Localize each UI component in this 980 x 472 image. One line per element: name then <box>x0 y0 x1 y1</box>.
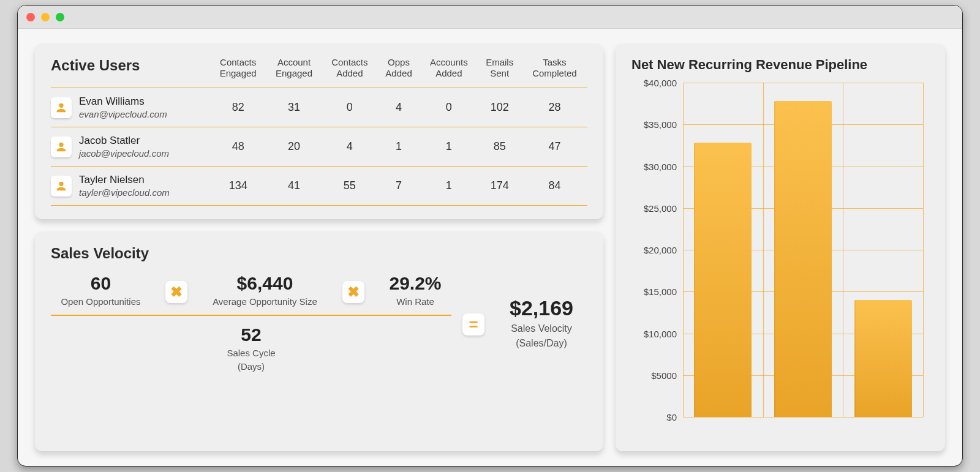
table-cell: 4 <box>377 88 420 127</box>
app-window: Active UsersContactsEngagedAccountEngage… <box>17 5 963 466</box>
avatar <box>51 97 72 118</box>
pipeline-title: Net New Recurring Revenue Pipeline <box>631 57 929 73</box>
metric-win-rate: 29.2% Win Rate <box>389 273 441 307</box>
table-cell: 4 <box>322 127 377 167</box>
sales-velocity-card: Sales Velocity 60 Open Opportunities ✖ $… <box>35 231 603 451</box>
minimize-window-button[interactable] <box>41 13 50 21</box>
chart-bar <box>774 101 832 417</box>
equals-icon: = <box>462 313 484 335</box>
open-opps-label: Open Opportunities <box>61 296 140 307</box>
table-cell: 0 <box>322 88 377 127</box>
active-users-card: Active UsersContactsEngagedAccountEngage… <box>35 43 603 219</box>
win-rate-value: 29.2% <box>389 273 441 294</box>
table-cell: 82 <box>210 88 266 127</box>
table-cell: 48 <box>210 127 266 167</box>
y-tick-label: $20,000 <box>644 245 677 255</box>
user-email: evan@vipecloud.com <box>79 109 167 119</box>
metric-open-opps: 60 Open Opportunities <box>61 273 140 307</box>
table-row: Tayler Nielsentayler@vipecloud.com134415… <box>51 167 587 206</box>
column-header: AccountEngaged <box>266 57 322 88</box>
table-cell: 134 <box>210 167 266 206</box>
chart-bar <box>854 300 912 417</box>
zoom-window-button[interactable] <box>56 13 64 21</box>
column-header: OppsAdded <box>377 57 420 88</box>
fraction-bar <box>51 315 451 316</box>
user-name: Evan Williams <box>79 96 167 108</box>
active-users-table: Active UsersContactsEngagedAccountEngage… <box>51 57 587 206</box>
y-tick-label: $25,000 <box>644 203 677 213</box>
column-header: AccountsAdded <box>420 57 477 88</box>
table-cell: 174 <box>478 167 522 206</box>
column-header: EmailsSent <box>478 57 522 88</box>
table-cell: 1 <box>377 127 420 167</box>
close-window-button[interactable] <box>26 13 35 21</box>
grid-line <box>683 83 684 417</box>
sales-cycle-value: 52 <box>51 324 451 345</box>
person-icon <box>55 101 68 114</box>
sales-cycle-label-2: (Days) <box>51 361 451 372</box>
grid-line <box>763 83 764 417</box>
open-opps-value: 60 <box>61 273 140 294</box>
y-tick-label: $40,000 <box>644 78 677 88</box>
window-controls <box>26 13 64 21</box>
table-cell: 41 <box>266 167 322 206</box>
window-title-bar <box>18 6 962 29</box>
grid-line <box>683 417 923 418</box>
person-icon <box>55 179 68 193</box>
velocity-label-2: (Sales/Day) <box>496 337 587 350</box>
y-tick-label: $10,000 <box>644 328 677 339</box>
table-cell: 1 <box>420 127 477 167</box>
column-header: ContactsEngaged <box>210 57 266 88</box>
y-tick-label: $15,000 <box>644 287 677 297</box>
avg-size-value: $6,440 <box>213 273 317 294</box>
user-email: tayler@vipecloud.com <box>79 187 170 198</box>
metric-avg-size: $6,440 Average Opportunity Size <box>213 273 317 307</box>
win-rate-label: Win Rate <box>389 296 441 307</box>
table-cell: 47 <box>522 127 587 167</box>
column-header: TasksCompleted <box>522 57 587 88</box>
user-name: Tayler Nielsen <box>79 174 170 186</box>
avg-size-label: Average Opportunity Size <box>213 296 317 307</box>
table-cell: 1 <box>420 167 477 206</box>
y-tick-label: $0 <box>666 412 677 422</box>
user-cell: Jacob Statlerjacob@vipecloud.com <box>51 135 206 159</box>
user-cell: Evan Williamsevan@vipecloud.com <box>51 96 206 119</box>
table-cell: 85 <box>478 127 522 167</box>
table-cell: 84 <box>522 167 587 206</box>
metric-sales-cycle: 52 Sales Cycle (Days) <box>51 324 451 372</box>
user-name: Jacob Statler <box>79 135 169 147</box>
table-cell: 20 <box>266 127 322 167</box>
active-users-title: Active Users <box>51 57 206 75</box>
table-cell: 28 <box>522 88 587 127</box>
user-cell: Tayler Nielsentayler@vipecloud.com <box>51 174 206 198</box>
velocity-label-1: Sales Velocity <box>496 323 587 335</box>
grid-line <box>843 83 843 417</box>
table-row: Jacob Statlerjacob@vipecloud.com48204118… <box>51 127 587 167</box>
multiply-icon: ✖ <box>165 281 187 303</box>
velocity-fraction: 60 Open Opportunities ✖ $6,440 Average O… <box>51 273 451 372</box>
grid-line <box>923 83 924 417</box>
pipeline-card: Net New Recurring Revenue Pipeline $0$50… <box>616 43 945 451</box>
table-cell: 102 <box>478 88 522 127</box>
user-email: jacob@vipecloud.com <box>79 148 169 159</box>
y-tick-label: $5000 <box>651 370 677 380</box>
table-cell: 31 <box>266 88 322 127</box>
multiply-icon: ✖ <box>342 281 364 303</box>
velocity-value: $2,169 <box>496 296 587 320</box>
velocity-result: $2,169 Sales Velocity (Sales/Day) <box>496 296 587 350</box>
chart-bar <box>694 143 752 417</box>
table-cell: 55 <box>322 167 377 206</box>
column-header: ContactsAdded <box>322 57 377 88</box>
sales-velocity-title: Sales Velocity <box>51 245 587 262</box>
y-tick-label: $30,000 <box>644 161 677 171</box>
sales-cycle-label-1: Sales Cycle <box>51 348 451 359</box>
grid-line <box>683 83 923 83</box>
person-icon <box>55 140 68 154</box>
avatar <box>51 176 72 197</box>
avatar <box>51 137 72 157</box>
table-cell: 7 <box>377 167 420 206</box>
table-row: Evan Williamsevan@vipecloud.com823104010… <box>51 88 587 127</box>
table-cell: 0 <box>420 88 477 127</box>
y-tick-label: $35,000 <box>644 119 677 130</box>
pipeline-chart: $0$5000$10,000$15,000$20,000$25,000$30,0… <box>631 83 929 417</box>
